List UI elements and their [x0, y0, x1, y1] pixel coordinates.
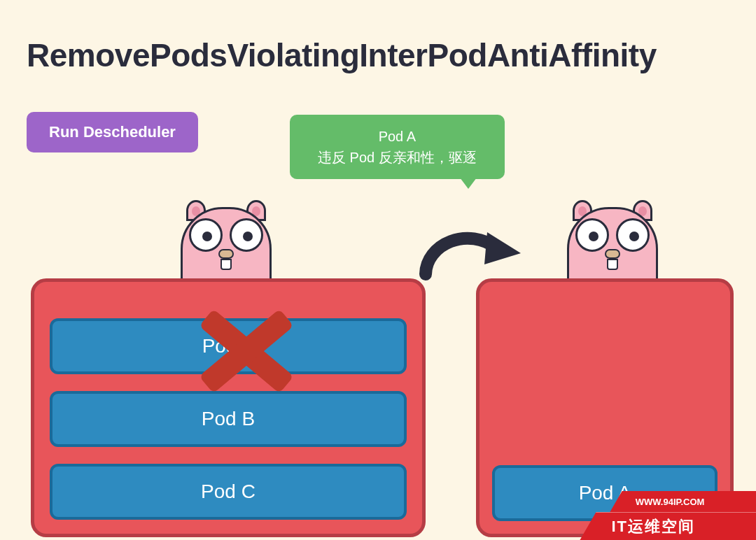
- banner-brand: IT运维空间: [612, 516, 696, 537]
- svg-marker-0: [484, 232, 521, 264]
- run-descheduler-button[interactable]: Run Descheduler: [27, 112, 198, 152]
- red-cross-icon: [197, 302, 295, 400]
- speech-bubble: Pod A 违反 Pod 反亲和性，驱逐: [290, 115, 505, 179]
- gopher-icon: [181, 194, 272, 289]
- speech-line-1: Pod A: [318, 126, 477, 147]
- banner-url: WWW.94IP.COM: [636, 497, 705, 507]
- page-title: RemovePodsViolatingInterPodAntiAffinity: [27, 36, 657, 74]
- watermark-banner: WWW.94IP.COM IT运维空间: [567, 491, 756, 540]
- curved-arrow-right-icon: [417, 224, 522, 287]
- gopher-icon: [567, 194, 658, 289]
- pod-item: Pod C: [50, 464, 407, 520]
- speech-line-2: 违反 Pod 反亲和性，驱逐: [318, 147, 477, 168]
